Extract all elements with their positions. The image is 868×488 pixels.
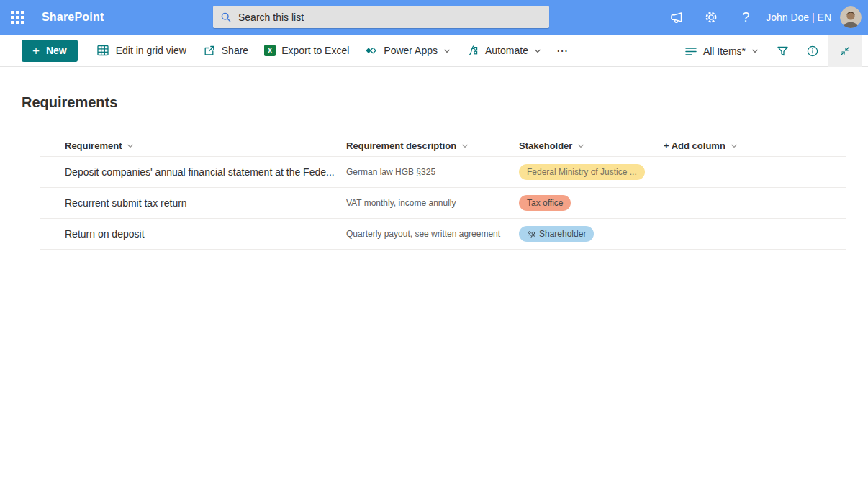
topbar-right: ? John Doe | EN	[659, 0, 862, 35]
automate-icon	[466, 44, 479, 57]
table-row[interactable]: Deposit companies' annual financial stat…	[40, 157, 846, 188]
stakeholder-badge: Tax office	[519, 195, 571, 211]
edit-grid-view-button[interactable]: Edit in grid view	[88, 35, 194, 66]
chevron-down-icon	[731, 143, 738, 149]
gear-icon[interactable]	[694, 0, 728, 35]
cell-description: Quarterly payout, see written agreement	[346, 229, 519, 239]
search-box[interactable]	[213, 6, 549, 28]
column-header-label: Requirement description	[346, 140, 456, 151]
stakeholder-badge-label: Shareholder	[539, 229, 586, 239]
table-row[interactable]: Return on deposit Quarterly payout, see …	[40, 219, 846, 250]
plus-icon: +	[32, 45, 40, 57]
help-icon[interactable]: ?	[728, 0, 763, 35]
power-apps-label: Power Apps	[384, 45, 438, 56]
chevron-down-icon	[751, 48, 759, 54]
cell-stakeholder: Federal Ministry of Justice ...	[519, 164, 664, 180]
cell-requirement[interactable]: Deposit companies' annual financial stat…	[40, 166, 346, 178]
list-table: Requirement Requirement description Stak…	[40, 135, 846, 250]
excel-icon: X	[264, 45, 276, 56]
chevron-down-icon	[577, 143, 584, 149]
command-bar-right: All Items*	[676, 35, 868, 67]
table-header-row: Requirement Requirement description Stak…	[40, 135, 846, 157]
cell-stakeholder: Tax office	[519, 195, 664, 211]
share-button[interactable]: Share	[194, 35, 256, 66]
chevron-down-icon	[534, 48, 541, 54]
chevron-down-icon	[127, 143, 134, 149]
filter-icon[interactable]	[767, 35, 797, 67]
command-bar: + New Edit in grid view Share X Export t…	[0, 35, 868, 67]
column-header-label: Requirement	[65, 140, 122, 151]
export-to-excel-button[interactable]: X Export to Excel	[256, 35, 357, 66]
new-button[interactable]: + New	[22, 40, 78, 62]
stakeholder-badge-label: Federal Ministry of Justice ...	[527, 167, 637, 177]
page-title: Requirements	[22, 94, 868, 111]
power-apps-button[interactable]: Power Apps	[357, 35, 458, 66]
share-icon	[202, 44, 216, 58]
cell-description: German law HGB §325	[346, 167, 519, 177]
view-selector-label: All Items*	[703, 45, 746, 57]
suite-bar: SharePoint ? John Doe | EN	[0, 0, 868, 35]
excel-letter: X	[268, 47, 273, 55]
cell-description: VAT monthly, income annully	[346, 198, 519, 208]
avatar[interactable]	[840, 6, 862, 28]
chevron-down-icon	[443, 48, 451, 54]
people-icon	[527, 230, 535, 238]
search-input[interactable]	[238, 12, 542, 23]
add-column-label: + Add column	[664, 140, 725, 151]
search-icon	[220, 12, 232, 23]
help-glyph: ?	[742, 10, 749, 25]
cell-requirement[interactable]: Return on deposit	[40, 228, 346, 240]
share-label: Share	[222, 45, 248, 56]
user-account-label[interactable]: John Doe | EN	[766, 12, 831, 23]
waffle-grid	[11, 11, 24, 24]
column-header-requirement[interactable]: Requirement	[65, 140, 346, 151]
column-header-description[interactable]: Requirement description	[346, 140, 519, 151]
stakeholder-badge-label: Tax office	[527, 198, 563, 208]
export-to-excel-label: Export to Excel	[281, 45, 349, 56]
cell-stakeholder: Shareholder	[519, 226, 664, 242]
stakeholder-badge: Shareholder	[519, 226, 594, 242]
view-selector[interactable]: All Items*	[676, 35, 767, 67]
info-icon[interactable]	[797, 35, 828, 67]
collapse-icon[interactable]	[828, 35, 862, 67]
chevron-down-icon	[461, 143, 469, 149]
cell-requirement[interactable]: Recurrent submit tax return	[40, 197, 346, 209]
table-row[interactable]: Recurrent submit tax return VAT monthly,…	[40, 188, 846, 219]
add-column-button[interactable]: + Add column	[664, 140, 846, 151]
app-launcher-icon[interactable]	[0, 0, 35, 35]
automate-label: Automate	[485, 45, 528, 56]
new-button-label: New	[46, 45, 67, 56]
column-header-stakeholder[interactable]: Stakeholder	[519, 140, 664, 151]
automate-button[interactable]: Automate	[458, 35, 549, 66]
overflow-icon[interactable]: ⋯	[549, 44, 576, 58]
view-list-icon	[684, 46, 697, 56]
stakeholder-badge: Federal Ministry of Justice ...	[519, 164, 645, 180]
edit-grid-view-label: Edit in grid view	[116, 45, 186, 56]
power-apps-icon	[365, 46, 378, 55]
megaphone-icon[interactable]	[659, 0, 694, 35]
app-title[interactable]: SharePoint	[42, 11, 104, 24]
column-header-label: Stakeholder	[519, 140, 572, 151]
grid-icon	[96, 43, 110, 58]
